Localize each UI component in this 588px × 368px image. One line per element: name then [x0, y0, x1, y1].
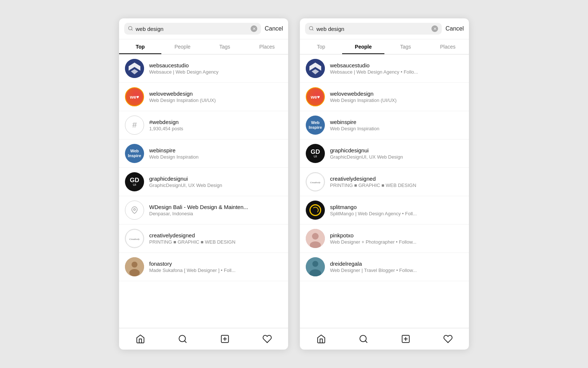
result-text: websaucestudio Websauce | Web Design Age…	[149, 62, 282, 75]
splitmango-icon	[309, 204, 321, 216]
list-item[interactable]: Creatively creativelydesigned PRINTING ■…	[119, 224, 288, 253]
result-sub: SplitMango | Web Design Agency • Foll...	[330, 211, 463, 216]
result-text: webinspire Web Design Inspiration	[149, 147, 282, 160]
avatar: WebInspire	[306, 116, 325, 135]
svg-text:Creatively: Creatively	[310, 181, 320, 184]
nav-home-left[interactable]	[119, 332, 161, 346]
clear-button-left[interactable]: ✕	[251, 25, 257, 32]
tab-tags-left[interactable]: Tags	[204, 39, 246, 54]
result-sub: PRINTING ■ GRAPHIC ■ WEB DESIGN	[149, 239, 282, 245]
list-item[interactable]: websaucestudio Websauce | Web Design Age…	[119, 54, 288, 83]
result-name: graphicdesignui	[330, 147, 463, 153]
result-sub: Websauce | Web Design Agency • Follo...	[330, 69, 463, 75]
result-name: WDesign Bali - Web Design & Mainten...	[149, 204, 282, 210]
tab-top-right[interactable]: Top	[300, 39, 342, 54]
result-sub: Web Design Inspiration	[330, 126, 463, 131]
location-icon	[125, 201, 144, 220]
result-sub: Web Design Inspiration (UI/UX)	[149, 98, 282, 103]
nav-plus-left[interactable]	[204, 332, 246, 346]
result-text: dreidelregala Web Designer | Travel Blog…	[330, 261, 463, 273]
list-item[interactable]: we♥ welovewebdesign Web Design Inspirati…	[300, 83, 469, 111]
result-text: fonastory Made Sukafona [ Web Designer ]…	[149, 261, 282, 273]
search-bar-right: web design ✕ Cancel	[300, 18, 469, 39]
result-name: pinkpotxo	[330, 232, 463, 238]
svg-point-5	[134, 209, 136, 210]
result-sub: Websauce | Web Design Agency	[149, 69, 282, 75]
result-text: #webdesign 1,930,454 posts	[149, 119, 282, 131]
list-item[interactable]: WebInspire webinspire Web Design Inspira…	[300, 111, 469, 139]
search-text-left[interactable]: web design	[136, 26, 248, 32]
avatar	[306, 257, 325, 276]
right-phone: web design ✕ Cancel Top People Tags Plac…	[300, 18, 469, 350]
list-item[interactable]: websaucestudio Websauce | Web Design Age…	[300, 54, 469, 83]
result-text: welovewebdesign Web Design Inspiration (…	[149, 91, 282, 103]
result-text: webinspire Web Design Inspiration	[330, 119, 463, 131]
result-name: welovewebdesign	[149, 91, 282, 97]
result-name: webinspire	[330, 119, 463, 125]
avatar: Creatively	[125, 229, 144, 248]
list-item[interactable]: WDesign Bali - Web Design & Mainten... D…	[119, 196, 288, 224]
nav-home-right[interactable]	[300, 332, 342, 346]
welove-badge: we♥	[311, 95, 320, 99]
list-item[interactable]: GD UI graphicdesignui GraphicDesignUI, U…	[119, 168, 288, 196]
result-sub: GraphicDesignUI, UX Web Design	[330, 154, 463, 160]
search-input-wrap-right[interactable]: web design ✕	[305, 23, 442, 35]
svg-line-1	[132, 29, 133, 30]
tab-tags-right[interactable]: Tags	[384, 39, 427, 54]
result-name: welovewebdesign	[330, 91, 463, 97]
svg-text:Creatively: Creatively	[129, 238, 140, 240]
svg-point-10	[129, 269, 140, 276]
list-item[interactable]: # #webdesign 1,930,454 posts	[119, 111, 288, 139]
list-item[interactable]: GD UI graphicdesignui GraphicDesignUI, U…	[300, 139, 469, 168]
left-phone: web design ✕ Cancel Top People Tags Plac…	[119, 18, 288, 350]
tabs-left: Top People Tags Places	[119, 39, 288, 54]
result-name: dreidelregala	[330, 261, 463, 267]
nav-heart-right[interactable]	[427, 332, 469, 346]
cancel-button-right[interactable]: Cancel	[445, 25, 464, 32]
list-item[interactable]: Creatively creativelydesigned PRINTING ■…	[300, 168, 469, 196]
tab-top-left[interactable]: Top	[119, 39, 161, 54]
result-text: pinkpotxo Web Designer + Photographer • …	[330, 232, 463, 245]
bottom-nav-left	[119, 328, 288, 350]
nav-heart-left[interactable]	[246, 332, 288, 346]
list-item[interactable]: we♥ welovewebdesign Web Design Inspirati…	[119, 83, 288, 111]
avatar: Creatively	[306, 172, 325, 191]
gd-logo: GD UI	[130, 177, 139, 187]
search-input-wrap-left[interactable]: web design ✕	[124, 23, 261, 35]
gd-logo: GD UI	[311, 149, 320, 158]
list-item[interactable]: fonastory Made Sukafona [ Web Designer ]…	[119, 253, 288, 281]
list-item[interactable]: splitmango SplitMango | Web Design Agenc…	[300, 196, 469, 224]
search-icon	[128, 26, 133, 32]
result-text: splitmango SplitMango | Web Design Agenc…	[330, 204, 463, 216]
nav-plus-right[interactable]	[384, 332, 427, 346]
tab-places-left[interactable]: Places	[246, 39, 288, 54]
result-name: websaucestudio	[330, 62, 463, 68]
welove-badge: we♥	[130, 95, 139, 99]
avatar	[306, 201, 325, 220]
tab-people-right[interactable]: People	[342, 39, 384, 54]
search-icon	[309, 26, 314, 32]
result-sub: Denpasar, Indonesia	[149, 211, 282, 216]
tab-places-right[interactable]: Places	[427, 39, 469, 54]
result-text: creativelydesigned PRINTING ■ GRAPHIC ■ …	[330, 176, 463, 188]
result-text: WDesign Bali - Web Design & Mainten... D…	[149, 204, 282, 216]
list-item[interactable]: dreidelregala Web Designer | Travel Blog…	[300, 253, 469, 281]
list-item[interactable]: pinkpotxo Web Designer + Photographer • …	[300, 224, 469, 253]
result-name: splitmango	[330, 204, 463, 210]
tab-people-left[interactable]: People	[161, 39, 204, 54]
result-sub: Web Design Inspiration	[149, 154, 282, 160]
result-list-right: websaucestudio Websauce | Web Design Age…	[300, 54, 469, 328]
result-text: graphicdesignui GraphicDesignUI, UX Web …	[330, 147, 463, 160]
search-text-right[interactable]: web design	[316, 26, 429, 32]
result-text: welovewebdesign Web Design Inspiration (…	[330, 91, 463, 103]
result-name: websaucestudio	[149, 62, 282, 68]
clear-button-right[interactable]: ✕	[431, 25, 438, 32]
tabs-right: Top People Tags Places	[300, 39, 469, 54]
avatar: GD UI	[306, 144, 325, 163]
svg-point-2	[125, 59, 144, 78]
cancel-button-left[interactable]: Cancel	[265, 25, 283, 32]
nav-search-left[interactable]	[161, 332, 204, 346]
result-sub: Web Designer + Photographer • Follow...	[330, 239, 463, 245]
list-item[interactable]: WebInspire webinspire Web Design Inspira…	[119, 139, 288, 168]
nav-search-right[interactable]	[342, 332, 384, 346]
